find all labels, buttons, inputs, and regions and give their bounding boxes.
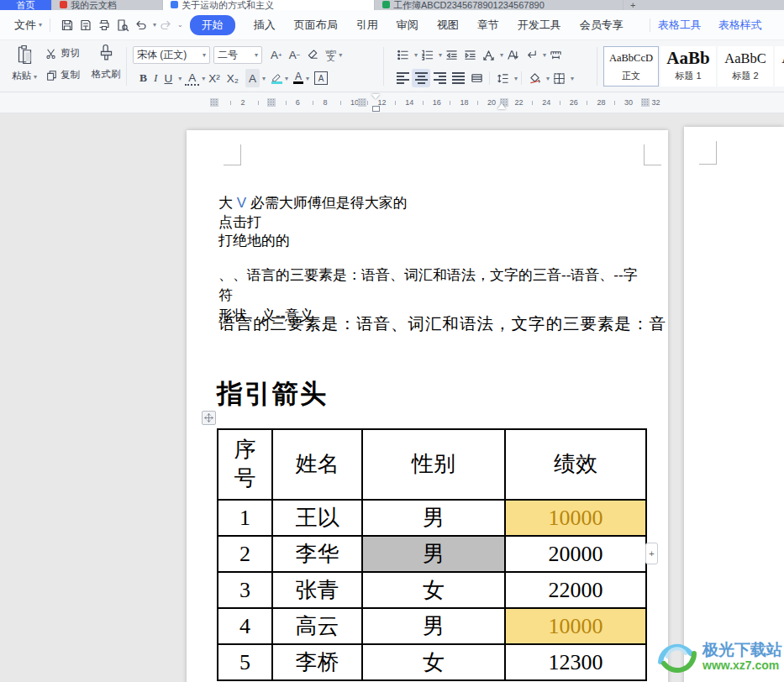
table-cell[interactable]: 22000	[505, 572, 646, 608]
cut-button[interactable]: 剪切	[45, 47, 80, 60]
redo-button[interactable]	[156, 16, 175, 34]
table-cell[interactable]: 1	[218, 500, 272, 536]
pinyin-guide-button[interactable]: wén 文	[325, 49, 336, 60]
right-indent-marker[interactable]	[497, 103, 506, 109]
app-tab-3[interactable]: 关于运动的方式和主义	[163, 0, 375, 10]
table-move-handle[interactable]	[202, 411, 216, 425]
context-tab-表格工具[interactable]: 表格工具	[658, 18, 702, 33]
style-card-body[interactable]: AaBbCcD 正文	[603, 46, 659, 87]
table-cell[interactable]: 男	[362, 536, 505, 572]
char-scale-button[interactable]	[479, 45, 497, 64]
menu-tab-开始[interactable]: 开始	[190, 15, 235, 35]
underline-dropdown-icon[interactable]: ▾	[178, 75, 182, 82]
paste-button[interactable]: 粘贴▾	[10, 44, 39, 82]
table-cell[interactable]: 男	[362, 500, 505, 536]
menu-tab-开发工具[interactable]: 开发工具	[518, 18, 561, 33]
context-tab-表格样式[interactable]: 表格样式	[718, 18, 762, 33]
menu-tab-视图[interactable]: 视图	[437, 18, 459, 33]
line-spacing-button[interactable]	[493, 69, 512, 87]
table-column-marker[interactable]	[210, 98, 218, 107]
document-page-1[interactable]: 大 V 必需大师傅但是得大家的 点击打 打绝地的的 、、语言的三要素是：语音、词…	[187, 130, 668, 682]
table-cell[interactable]: 10000	[505, 608, 646, 644]
align-right-button[interactable]	[430, 69, 449, 87]
justify-button[interactable]	[449, 69, 467, 87]
bullet-list-button[interactable]	[393, 45, 412, 64]
line-spacing-dropdown-icon[interactable]: ▾	[514, 75, 518, 82]
italic-button[interactable]: I	[150, 69, 161, 87]
table-cell[interactable]: 女	[362, 644, 505, 680]
table-cell[interactable]: 李桥	[272, 644, 362, 680]
table-cell[interactable]: 男	[362, 608, 505, 644]
increase-font-button[interactable]: A+	[267, 45, 286, 64]
table-cell[interactable]: 张青	[272, 572, 362, 608]
style-card-heading1[interactable]: AaBb 标题 1	[660, 46, 716, 87]
menu-tab-页面布局[interactable]: 页面布局	[294, 18, 338, 33]
format-painter-button[interactable]: 格式刷	[87, 44, 124, 81]
save-button[interactable]	[58, 16, 76, 34]
style-card-heading3[interactable]: AaBbC	[775, 46, 784, 87]
print-preview-button[interactable]	[113, 16, 132, 34]
distribute-button[interactable]	[467, 69, 486, 87]
font-family-select[interactable]: 宋体 (正文)▾	[133, 46, 210, 64]
first-line-indent-marker[interactable]	[371, 94, 380, 99]
char-shading-button[interactable]: A	[245, 69, 260, 87]
align-center-button[interactable]	[412, 69, 430, 87]
table-cell[interactable]: 女	[362, 572, 505, 608]
table-column-marker[interactable]	[267, 98, 276, 107]
emphasis-mark-button[interactable]: A	[185, 71, 199, 86]
app-tab-4[interactable]: 工作簿ABCD2345678901234567890	[375, 0, 624, 10]
export-button[interactable]	[76, 16, 95, 34]
app-tab-1[interactable]: 首页	[0, 0, 52, 10]
document-page-2[interactable]	[684, 127, 784, 682]
menu-tab-插入[interactable]: 插入	[254, 18, 276, 33]
clear-format-button[interactable]	[303, 45, 322, 64]
pinyin-dropdown-icon[interactable]: ▾	[339, 51, 342, 59]
table-column-marker[interactable]	[358, 98, 366, 107]
table-cell[interactable]: 5	[218, 644, 272, 680]
char-border-button[interactable]: A	[314, 71, 328, 85]
shading-button[interactable]	[525, 69, 544, 87]
table-cell[interactable]: 12300	[505, 644, 646, 680]
borders-button[interactable]	[550, 69, 568, 87]
style-card-heading2[interactable]: AaBbC 标题 2	[718, 46, 773, 87]
table-header-cell[interactable]: 绩效	[505, 429, 646, 500]
char-shading-dropdown-icon[interactable]: ▾	[262, 75, 266, 82]
superscript-button[interactable]: X²	[205, 69, 224, 87]
table-cell[interactable]: 3	[218, 572, 272, 608]
align-left-button[interactable]	[393, 69, 412, 87]
decrease-indent-button[interactable]	[442, 45, 460, 64]
ruler[interactable]: 2468101214161820222426283032	[0, 92, 784, 113]
toolbar-more-icon[interactable]: ⌄	[177, 21, 183, 29]
menu-tab-章节[interactable]: 章节	[477, 18, 499, 33]
undo-button[interactable]	[132, 16, 150, 34]
table-header-cell[interactable]: 序号	[218, 429, 272, 500]
menu-tab-会员专享[interactable]: 会员专享	[580, 18, 624, 33]
font-color-button[interactable]: A	[293, 72, 303, 84]
table-cell[interactable]: 4	[218, 608, 272, 644]
bold-button[interactable]: B	[136, 69, 150, 87]
table-add-column-button[interactable]: +	[645, 543, 658, 564]
font-size-select[interactable]: 二号▾	[213, 46, 262, 64]
char-width-button[interactable]	[546, 45, 565, 64]
table-header-cell[interactable]: 性别	[362, 429, 505, 500]
table-cell[interactable]: 20000	[505, 536, 646, 572]
table-cell[interactable]: 10000	[505, 500, 646, 536]
app-tab-2[interactable]: 我的云文档	[52, 0, 163, 10]
decrease-font-button[interactable]: A−	[286, 45, 304, 64]
borders-dropdown-icon[interactable]: ▾	[571, 75, 574, 82]
increase-indent-button[interactable]	[460, 45, 479, 64]
numbered-list-button[interactable]	[418, 45, 436, 64]
table-cell[interactable]: 李华	[272, 536, 362, 572]
underline-button[interactable]: U	[161, 69, 176, 87]
subscript-button[interactable]: X₂	[224, 69, 242, 87]
wrap-button[interactable]	[522, 45, 540, 64]
menu-tab-审阅[interactable]: 审阅	[397, 18, 418, 33]
text-direction-button[interactable]	[503, 45, 522, 64]
highlight-color-button[interactable]	[271, 73, 282, 84]
font-color-dropdown-icon[interactable]: ▾	[306, 75, 309, 82]
new-tab-button[interactable]: +	[624, 0, 642, 10]
table-cell[interactable]: 高云	[272, 608, 362, 644]
table-header-cell[interactable]: 姓名	[272, 429, 362, 500]
table-cell[interactable]: 2	[218, 536, 272, 572]
left-indent-marker[interactable]	[372, 106, 380, 112]
